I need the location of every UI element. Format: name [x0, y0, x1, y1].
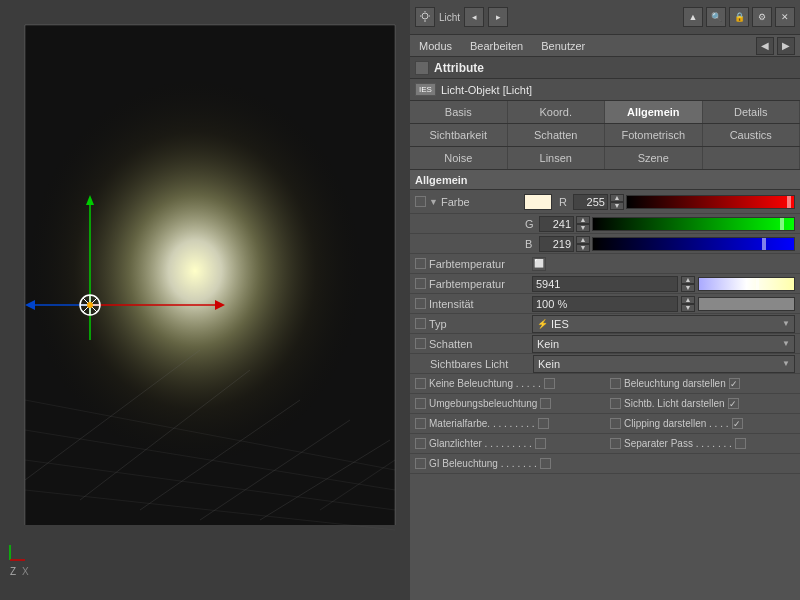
g-color-bar[interactable] — [592, 217, 795, 231]
beleuchtung-darstellen-state[interactable]: ✓ — [729, 378, 740, 389]
tab-fotometrisch[interactable]: Fotometrisch — [605, 124, 703, 146]
glanzlichter-cb[interactable] — [415, 438, 426, 449]
nav-fwd-btn[interactable]: ▶ — [777, 37, 795, 55]
r-spin-up[interactable]: ▲ — [610, 194, 624, 202]
search-icon[interactable]: 🔍 — [706, 7, 726, 27]
farbe-row: ▼ Farbe R ▲ ▼ — [410, 190, 800, 214]
separater-pass-cb[interactable] — [610, 438, 621, 449]
intensitaet-spin-down[interactable]: ▼ — [681, 304, 695, 312]
farbtemperatur-spin-up[interactable]: ▲ — [681, 276, 695, 284]
menu-bar: Modus Bearbeiten Benutzer ◀ ▶ — [410, 35, 800, 57]
glanzlichter-state[interactable] — [535, 438, 546, 449]
b-color-bar[interactable] — [592, 237, 795, 251]
intensitaet-input[interactable] — [532, 296, 678, 312]
farbtemperatur-icon-btn[interactable]: ⬜ — [532, 257, 546, 271]
menu-benutzer[interactable]: Benutzer — [537, 38, 589, 54]
intensitaet-spin-up[interactable]: ▲ — [681, 296, 695, 304]
schatten-checkbox[interactable] — [415, 338, 426, 349]
tab-szene[interactable]: Szene — [605, 147, 703, 169]
schatten-value: Kein — [537, 338, 559, 350]
sichtb-licht-state[interactable]: ✓ — [728, 398, 739, 409]
r-spin-down[interactable]: ▼ — [610, 202, 624, 210]
glanzlichter-label: Glanzlichter . . . . . . . . . — [429, 438, 532, 449]
light-icon[interactable] — [415, 7, 435, 27]
g-channel-label: G — [525, 218, 537, 230]
close-icon[interactable]: ✕ — [775, 7, 795, 27]
typ-dropdown[interactable]: ⚡ IES ▼ — [532, 315, 795, 333]
typ-checkbox[interactable] — [415, 318, 426, 329]
g-spin-up[interactable]: ▲ — [576, 216, 590, 224]
sichtbares-licht-row: Sichtbares Licht Kein ▼ — [410, 354, 800, 374]
tab-row-3: Noise Linsen Szene — [410, 147, 800, 170]
typ-dropdown-arrow: ▼ — [782, 319, 790, 328]
r-color-bar[interactable] — [626, 195, 795, 209]
clipping-cb[interactable] — [610, 418, 621, 429]
beleuchtung-darstellen-cb[interactable] — [610, 378, 621, 389]
allgemein-section-header: Allgemein — [410, 170, 800, 190]
keine-beleuchtung-state[interactable] — [544, 378, 555, 389]
tab-sichtbarkeit[interactable]: Sichtbarkeit — [410, 124, 508, 146]
cb-separater-pass: Separater Pass . . . . . . . — [605, 434, 800, 454]
nav-next-icon[interactable]: ▸ — [488, 7, 508, 27]
tab-koord[interactable]: Koord. — [508, 101, 606, 123]
clipping-state[interactable]: ✓ — [732, 418, 743, 429]
svg-point-2 — [0, 50, 395, 510]
cb-beleuchtung-darstellen: Beleuchtung darstellen ✓ — [605, 374, 800, 394]
nav-back-btn[interactable]: ◀ — [756, 37, 774, 55]
r-channel-label: R — [559, 196, 571, 208]
gi-beleuchtung-cb[interactable] — [415, 458, 426, 469]
lock-icon[interactable]: 🔒 — [729, 7, 749, 27]
tab-linsen[interactable]: Linsen — [508, 147, 606, 169]
b-spin-up[interactable]: ▲ — [576, 236, 590, 244]
tab-details[interactable]: Details — [703, 101, 801, 123]
menu-modus[interactable]: Modus — [415, 38, 456, 54]
separater-pass-state[interactable] — [735, 438, 746, 449]
umgebungsbeleuchtung-state[interactable] — [540, 398, 551, 409]
tab-basis[interactable]: Basis — [410, 101, 508, 123]
r-value-input[interactable] — [573, 194, 608, 210]
intensitaet-checkbox[interactable] — [415, 298, 426, 309]
sichtbares-licht-dropdown[interactable]: Kein ▼ — [533, 355, 795, 373]
umgebungsbeleuchtung-cb[interactable] — [415, 398, 426, 409]
gi-beleuchtung-state[interactable] — [540, 458, 551, 469]
farbtemperatur-active-cb[interactable] — [415, 278, 426, 289]
r-spinner[interactable]: ▲ ▼ — [610, 194, 624, 210]
nav-prev-icon[interactable]: ◂ — [464, 7, 484, 27]
b-value-input[interactable] — [539, 236, 574, 252]
beleuchtung-darstellen-label: Beleuchtung darstellen — [624, 378, 726, 389]
farbtemperatur-spinner[interactable]: ▲ ▼ — [681, 276, 695, 292]
viewport-svg: Z X — [0, 0, 410, 600]
keine-beleuchtung-cb[interactable] — [415, 378, 426, 389]
schatten-dropdown[interactable]: Kein ▼ — [532, 335, 795, 353]
g-spin-down[interactable]: ▼ — [576, 224, 590, 232]
intensitaet-spinner[interactable]: ▲ ▼ — [681, 296, 695, 312]
g-spinner[interactable]: ▲ ▼ — [576, 216, 590, 232]
tab-noise[interactable]: Noise — [410, 147, 508, 169]
tab-allgemein[interactable]: Allgemein — [605, 101, 703, 123]
tab-caustics[interactable]: Caustics — [703, 124, 801, 146]
farbtemperatur-input[interactable] — [532, 276, 678, 292]
farbe-checkbox[interactable] — [415, 196, 426, 207]
farbtemperatur-spin-down[interactable]: ▼ — [681, 284, 695, 292]
up-icon[interactable]: ▲ — [683, 7, 703, 27]
settings-icon[interactable]: ⚙ — [752, 7, 772, 27]
cb-gi-beleuchtung: GI Beleuchtung . . . . . . . — [410, 454, 605, 474]
intensitaet-bar[interactable] — [698, 297, 795, 311]
svg-text:Z: Z — [10, 566, 16, 577]
sichtb-licht-cb[interactable] — [610, 398, 621, 409]
viewport-canvas: Z X — [0, 0, 410, 600]
sichtbares-licht-arrow: ▼ — [782, 359, 790, 368]
b-spinner[interactable]: ▲ ▼ — [576, 236, 590, 252]
color-preview[interactable] — [524, 194, 552, 210]
farbtemperatur-bar[interactable] — [698, 277, 795, 291]
g-value-input[interactable] — [539, 216, 574, 232]
farbtemperatur-checkbox[interactable] — [415, 258, 426, 269]
materialfarbe-state[interactable] — [538, 418, 549, 429]
menu-bearbeiten[interactable]: Bearbeiten — [466, 38, 527, 54]
panel-top-bar: Licht ◂ ▸ ▲ 🔍 🔒 ⚙ ✕ — [410, 0, 800, 35]
b-spin-down[interactable]: ▼ — [576, 244, 590, 252]
cb-empty — [605, 454, 800, 474]
tab-schatten[interactable]: Schatten — [508, 124, 606, 146]
materialfarbe-cb[interactable] — [415, 418, 426, 429]
farbe-arrow[interactable]: ▼ — [429, 197, 438, 207]
